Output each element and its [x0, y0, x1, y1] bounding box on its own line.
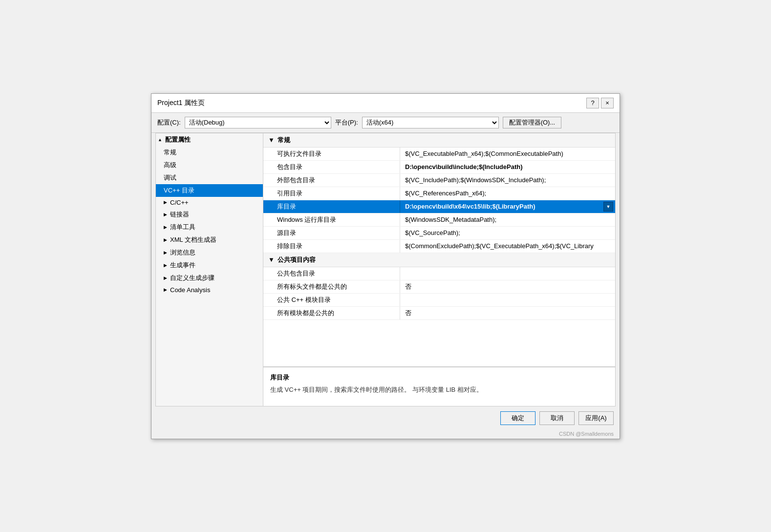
sidebar-item-label: C/C++ [170, 199, 189, 206]
prop-row-ref-path[interactable]: 引用目录 $(VC_ReferencesPath_x64); [263, 187, 615, 200]
sidebar-item-cpp[interactable]: ▶ C/C++ [156, 197, 263, 208]
triangle-icon: ▶ [164, 200, 167, 205]
prop-row-all-headers[interactable]: 所有标头文件都是公共的 否 [263, 280, 615, 294]
prop-row-winrt-path[interactable]: Windows 运行库目录 $(WindowsSDK_MetadataPath)… [263, 213, 615, 227]
triangle-icon: ▶ [164, 276, 167, 280]
config-manager-button[interactable]: 配置管理器(O)... [503, 117, 562, 128]
prop-name: 所有模块都是公共的 [263, 307, 400, 319]
sidebar-item-label: 浏览信息 [170, 248, 195, 257]
platform-label: 平台(P): [335, 118, 358, 127]
title-bar-buttons: ? × [586, 98, 614, 108]
watermark: CSDN @Smalldemons [151, 430, 620, 439]
sidebar-item-general[interactable]: 常规 [156, 146, 263, 159]
prop-row-lib-path[interactable]: 库目录 D:\opencv\build\x64\vc15\lib;$(Libra… [263, 200, 615, 213]
config-bar: 配置(C): 活动(Debug) 平台(P): 活动(x64) 配置管理器(O)… [151, 113, 620, 133]
desc-title: 库目录 [270, 373, 608, 382]
dialog-title: Project1 属性页 [157, 99, 205, 107]
prop-row-pub-include[interactable]: 公共包含目录 [263, 267, 615, 280]
right-panel: ▼ 常规 可执行文件目录 $(VC_ExecutablePath_x64);$(… [263, 133, 615, 406]
help-button[interactable]: ? [586, 98, 599, 108]
properties-dialog: Project1 属性页 ? × 配置(C): 活动(Debug) 平台(P):… [151, 93, 620, 439]
sidebar-item-label: 常规 [164, 148, 176, 157]
close-button[interactable]: × [601, 98, 614, 108]
prop-value: 否 [400, 280, 615, 293]
sidebar-item-linker[interactable]: ▶ 链接器 [156, 208, 263, 221]
prop-name: 所有标头文件都是公共的 [263, 280, 400, 293]
sidebar-item-browse[interactable]: ▶ 浏览信息 [156, 246, 263, 259]
sidebar-item-manifest[interactable]: ▶ 清单工具 [156, 221, 263, 234]
prop-value: D:\opencv\build\include;$(IncludePath) [400, 161, 615, 172]
section-title: 常规 [278, 136, 290, 145]
ok-button[interactable]: 确定 [500, 411, 535, 425]
desc-text: 生成 VC++ 项目期间，搜索库文件时使用的路径。 与环境变量 LIB 相对应。 [270, 385, 608, 395]
prop-row-all-modules[interactable]: 所有模块都是公共的 否 [263, 307, 615, 320]
triangle-icon: ▶ [164, 263, 167, 268]
prop-value: 否 [400, 307, 615, 319]
sidebar-item-label: 生成事件 [170, 261, 195, 270]
prop-name: 排除目录 [263, 240, 400, 253]
prop-value: $(VC_IncludePath);$(WindowsSDK_IncludePa… [400, 174, 615, 186]
prop-row-exec-path[interactable]: 可执行文件目录 $(VC_ExecutablePath_x64);$(Commo… [263, 148, 615, 161]
prop-name: 公共包含目录 [263, 267, 400, 280]
sidebar-item-build-events[interactable]: ▶ 生成事件 [156, 259, 263, 272]
prop-name: 源目录 [263, 227, 400, 239]
sidebar-item-vc-dirs[interactable]: VC++ 目录 [156, 184, 263, 197]
prop-row-exclude-path[interactable]: 排除目录 $(CommonExcludePath);$(VC_Executabl… [263, 240, 615, 253]
section-general-header: ▼ 常规 [263, 133, 615, 148]
prop-row-src-path[interactable]: 源目录 $(VC_SourcePath); [263, 227, 615, 240]
apply-button[interactable]: 应用(A) [578, 411, 614, 425]
main-content: ▲ 配置属性 常规 高级 调试 VC++ 目录 ▶ C/C++ ▶ 链接器 [155, 133, 616, 406]
prop-row-pub-cpp-module[interactable]: 公共 C++ 模块目录 [263, 294, 615, 307]
sidebar-item-label: 链接器 [170, 210, 189, 219]
prop-value: $(CommonExcludePath);$(VC_ExecutablePath… [400, 240, 615, 252]
prop-value [400, 272, 615, 276]
prop-name: 包含目录 [263, 161, 400, 173]
dropdown-arrow-icon[interactable]: ▼ [603, 202, 613, 212]
prop-name: 公共 C++ 模块目录 [263, 294, 400, 306]
prop-value: $(VC_ReferencesPath_x64); [400, 188, 615, 199]
prop-row-include-path[interactable]: 包含目录 D:\opencv\build\include;$(IncludePa… [263, 161, 615, 174]
footer: 确定 取消 应用(A) [151, 406, 620, 430]
prop-name: 库目录 [263, 200, 400, 213]
sidebar: ▲ 配置属性 常规 高级 调试 VC++ 目录 ▶ C/C++ ▶ 链接器 [156, 133, 263, 406]
sidebar-item-xml-gen[interactable]: ▶ XML 文档生成器 [156, 234, 263, 246]
title-bar: Project1 属性页 ? × [151, 94, 620, 113]
section-title: 公共项目内容 [278, 255, 316, 264]
sidebar-item-code-analysis[interactable]: ▶ Code Analysis [156, 284, 263, 296]
sidebar-item-debug[interactable]: 调试 [156, 171, 263, 184]
section-collapse-icon[interactable]: ▼ [268, 256, 275, 263]
platform-select[interactable]: 活动(x64) [362, 117, 499, 128]
sidebar-item-advanced[interactable]: 高级 [156, 159, 263, 171]
prop-name: Windows 运行库目录 [263, 213, 400, 226]
sidebar-item-label: VC++ 目录 [164, 186, 194, 195]
prop-value: D:\opencv\build\x64\vc15\lib;$(LibraryPa… [400, 201, 615, 212]
sidebar-item-label: 调试 [164, 173, 176, 182]
triangle-icon: ▶ [164, 287, 167, 292]
description-panel: 库目录 生成 VC++ 项目期间，搜索库文件时使用的路径。 与环境变量 LIB … [263, 367, 615, 406]
prop-name: 可执行文件目录 [263, 148, 400, 160]
prop-value: $(WindowsSDK_MetadataPath); [400, 214, 615, 225]
section-collapse-icon[interactable]: ▼ [268, 136, 275, 144]
sidebar-item-config-props[interactable]: ▲ 配置属性 [156, 133, 263, 146]
triangle-icon: ▶ [164, 250, 167, 255]
cancel-button[interactable]: 取消 [539, 411, 575, 425]
prop-value: $(VC_SourcePath); [400, 227, 615, 238]
sidebar-item-label: 高级 [164, 161, 176, 170]
sidebar-item-label: 自定义生成步骤 [170, 274, 214, 282]
prop-name: 引用目录 [263, 187, 400, 200]
triangle-icon: ▲ [158, 137, 162, 142]
config-label: 配置(C): [157, 118, 181, 127]
triangle-icon: ▶ [164, 237, 167, 242]
prop-value [400, 298, 615, 302]
config-select[interactable]: 活动(Debug) [185, 117, 331, 128]
prop-row-ext-include[interactable]: 外部包含目录 $(VC_IncludePath);$(WindowsSDK_In… [263, 174, 615, 187]
prop-name: 外部包含目录 [263, 174, 400, 187]
sidebar-item-label: 配置属性 [165, 135, 191, 144]
sidebar-item-label: 清单工具 [170, 223, 195, 232]
sidebar-item-label: Code Analysis [170, 286, 210, 294]
properties-table: ▼ 常规 可执行文件目录 $(VC_ExecutablePath_x64);$(… [263, 133, 615, 367]
triangle-icon: ▶ [164, 225, 167, 230]
sidebar-item-custom-steps[interactable]: ▶ 自定义生成步骤 [156, 272, 263, 284]
section-public-header: ▼ 公共项目内容 [263, 253, 615, 267]
triangle-icon: ▶ [164, 212, 167, 217]
